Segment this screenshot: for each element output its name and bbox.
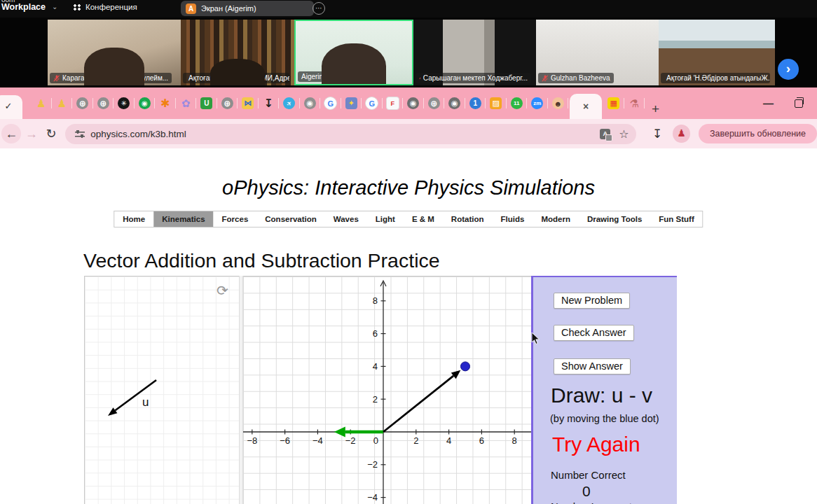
participant-tile[interactable]: Ақтоғай ауданы, Абай МИ,Адре... [181,20,294,85]
chevron-down-icon[interactable]: ⌄ [52,3,57,10]
vector-u-canvas: u [85,276,240,504]
globe-tab[interactable]: ⊕ [424,88,445,119]
show-answer-button[interactable]: Show Answer [554,358,631,374]
reload-button[interactable]: ↻ [41,126,61,141]
whatsapp-11-tab[interactable]: 11 [507,88,528,119]
participant-name-label: Ақтоғай 'Н.Әбдіров атындағыЖ... [661,73,770,83]
profile-avatar[interactable]: ♟ [673,125,690,143]
nav-e-m[interactable]: E & M [404,211,443,227]
participant-tile[interactable]: Сарышаган мектеп Ходжаберг... [413,20,536,85]
google-icon: G [365,97,378,110]
mic-muted-icon [53,75,60,82]
folder-tab[interactable]: ▨ [486,88,507,119]
docs-app-tab[interactable]: F [383,88,404,119]
nav-fluids[interactable]: Fluids [493,211,533,227]
check-answer-button[interactable]: Check Answer [554,325,634,341]
bookmark-star-icon[interactable]: ☆ [619,127,629,141]
address-bar[interactable]: ophysics.com/k3b.html A ☆ [65,124,636,144]
nav-waves[interactable]: Waves [325,211,367,227]
translate-icon[interactable]: A [600,129,610,139]
nav-light[interactable]: Light [367,211,404,227]
google-tab[interactable]: G [320,88,341,119]
green-app-tab[interactable]: U [196,88,217,119]
chrome-tab[interactable]: ◉ [403,88,424,119]
vector-u-view[interactable]: u ⟳ [84,276,239,504]
svg-text:−2: −2 [367,459,378,470]
forward-button[interactable]: → [21,127,41,141]
participant-name-label: Gulzhan Bazheeva [538,73,614,83]
participant-tile[interactable]: Aigerim [294,20,413,85]
partial-tab[interactable]: ✓ [0,95,22,119]
person-yellow-tab[interactable]: ♟ [52,88,73,119]
svg-text:−2: −2 [345,435,356,446]
nav-kinematics[interactable]: Kinematics [153,211,213,227]
person-yellow-tab[interactable]: ♟ [31,88,52,119]
minimize-button[interactable]: — [763,97,774,109]
finish-update-button[interactable]: Завершить обновление [699,124,817,144]
participant-tile[interactable]: Ақтоғай 'Н.Әбдіров атындағыЖ... [659,20,775,85]
participant-tile[interactable]: Gulzhan Bazheeva [536,20,659,85]
globe-tab[interactable]: ⊕ [93,88,114,119]
chrome-icon: ◉ [407,97,419,109]
site-settings-icon[interactable] [75,130,85,138]
number-correct-label: Number Correct [551,469,626,481]
flower-tab[interactable]: ✿ [176,88,197,119]
new-tab-button[interactable]: + [652,102,659,119]
whatsapp-11-icon: 11 [511,97,523,109]
more-options-icon[interactable]: ⋯ [313,2,325,15]
zoom-app-icon: zm [531,97,543,109]
chrome-tab[interactable]: ◉ [444,88,465,119]
new-problem-button[interactable]: New Problem [554,293,630,309]
next-participants-button[interactable]: › [778,59,799,80]
wot-tab[interactable]: ▦ [603,88,624,119]
telegram-tab[interactable]: ✈ [279,88,300,119]
adguard-tab[interactable]: ◉ [135,88,156,119]
sun-tab[interactable]: ✱ [155,88,176,119]
reset-icon[interactable]: ⟳ [217,282,228,299]
restore-window-button[interactable] [795,99,803,108]
tab-screen-share[interactable]: A Экран (Aigerim) [181,1,314,16]
back-button[interactable]: ← [1,124,21,144]
avatar-fav-icon: ☻ [552,97,564,109]
draw-hint: (by moving the blue dot) [550,413,659,424]
telegram-icon: ✈ [281,94,298,111]
nav-conservation[interactable]: Conservation [256,211,325,227]
active-tab[interactable]: × [570,94,602,119]
wot-icon: ▦ [607,97,619,109]
avatar-fav-tab[interactable]: ☻ [548,88,569,119]
participant-tile[interactable]: Караганд обл УМЦ РО Сулейм... [48,20,181,85]
flask-tab[interactable]: ⚗ [624,88,645,119]
participant-name-label: Aigerim [298,71,329,82]
globe-tab[interactable]: ⊕ [217,88,238,119]
flask-icon: ⚗ [629,97,640,109]
globe-icon: ⊕ [76,97,88,109]
zoom-app-tab[interactable]: zm [527,88,548,119]
star-app-tab[interactable]: ✦ [341,88,362,119]
svg-text:−6: −6 [280,435,290,446]
nav-forces[interactable]: Forces [214,211,257,227]
download-tab[interactable]: ↧ [259,88,280,119]
nav-home[interactable]: Home [114,211,153,227]
google-tab[interactable]: G [362,88,383,119]
graph-view[interactable]: −8−6−4−224688642−2−40 [243,276,531,504]
openai-tab[interactable]: ✳ [114,88,135,119]
url-text[interactable]: ophysics.com/k3b.html [90,129,186,139]
zoom-workplace-logo: oom Workplace [1,0,46,11]
globe-tab[interactable]: ⊕ [72,88,93,119]
chrome-tab[interactable]: ◉ [300,88,321,119]
bowtie-tab[interactable]: ⋈ [238,88,259,119]
svg-text:−4: −4 [367,492,378,503]
notify-1-tab[interactable]: 1 [465,88,486,119]
globe-icon: ⊕ [221,97,233,109]
downloads-icon[interactable]: ↧ [649,127,666,141]
close-tab-icon[interactable]: × [583,101,589,112]
globe-icon: ⊕ [428,97,440,109]
participant-name-label: Сарышаган мектеп Ходжаберг... [416,73,531,83]
status-message: Try Again [552,433,640,456]
nav-rotation[interactable]: Rotation [443,211,493,227]
svg-text:6: 6 [479,435,484,446]
nav-drawing-tools[interactable]: Drawing Tools [579,211,650,227]
nav-modern[interactable]: Modern [533,211,579,227]
tab-conference[interactable]: Конференция [73,3,137,11]
nav-fun-stuff[interactable]: Fun Stuff [650,211,702,227]
